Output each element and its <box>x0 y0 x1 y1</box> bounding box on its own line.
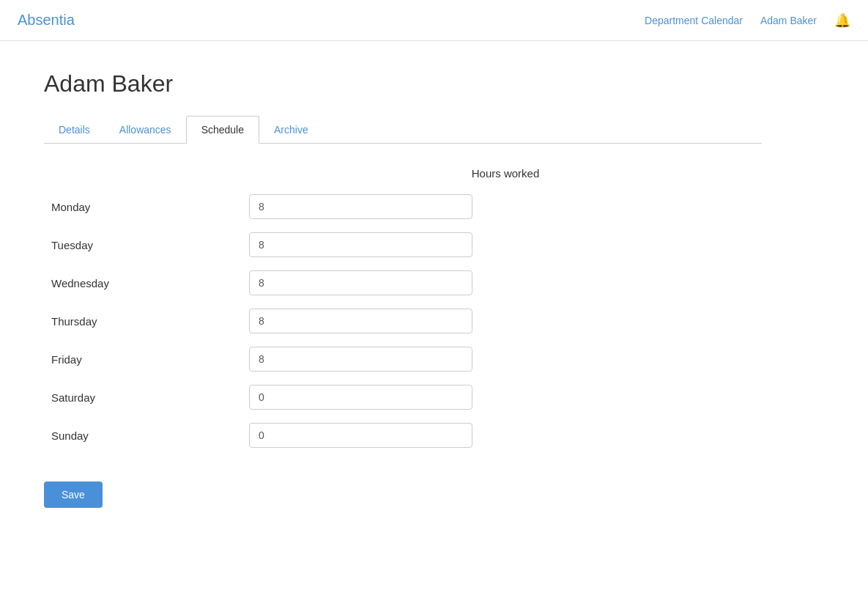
schedule-row-tuesday: Tuesday <box>44 232 762 257</box>
day-label-friday: Friday <box>44 353 249 366</box>
hours-input-thursday[interactable] <box>249 309 472 333</box>
page-title: Adam Baker <box>44 70 762 97</box>
schedule-row-thursday: Thursday <box>44 309 762 333</box>
schedule-form: Hours worked Monday Tuesday Wednesday Th… <box>44 167 762 508</box>
tab-schedule[interactable]: Schedule <box>186 116 259 144</box>
day-label-sunday: Sunday <box>44 429 249 442</box>
day-label-wednesday: Wednesday <box>44 277 249 289</box>
schedule-row-sunday: Sunday <box>44 423 762 448</box>
hours-input-tuesday[interactable] <box>249 232 472 257</box>
tab-archive[interactable]: Archive <box>259 116 323 144</box>
hours-worked-header: Hours worked <box>249 167 762 180</box>
app-logo[interactable]: Absentia <box>18 12 75 29</box>
hours-input-wednesday[interactable] <box>249 270 472 295</box>
day-label-saturday: Saturday <box>44 391 249 404</box>
tab-allowances[interactable]: Allowances <box>105 116 186 144</box>
schedule-row-wednesday: Wednesday <box>44 270 762 295</box>
save-button[interactable]: Save <box>44 481 103 508</box>
header-nav: Department Calendar Adam Baker 🔔 <box>645 12 850 29</box>
day-label-monday: Monday <box>44 201 249 213</box>
day-label-thursday: Thursday <box>44 315 249 328</box>
schedule-row-friday: Friday <box>44 347 762 372</box>
schedule-row-saturday: Saturday <box>44 385 762 410</box>
day-label-tuesday: Tuesday <box>44 239 249 251</box>
department-calendar-link[interactable]: Department Calendar <box>645 15 743 26</box>
header: Absentia Department Calendar Adam Baker … <box>0 0 868 41</box>
hours-input-saturday[interactable] <box>249 385 472 410</box>
tab-bar: Details Allowances Schedule Archive <box>44 115 762 144</box>
hours-input-monday[interactable] <box>249 194 472 219</box>
schedule-row-monday: Monday <box>44 194 762 219</box>
hours-input-friday[interactable] <box>249 347 472 372</box>
main-content: Adam Baker Details Allowances Schedule A… <box>0 41 806 537</box>
user-menu[interactable]: Adam Baker <box>760 15 817 26</box>
hours-input-sunday[interactable] <box>249 423 472 448</box>
tab-details[interactable]: Details <box>44 116 105 144</box>
notification-icon[interactable]: 🔔 <box>834 12 850 29</box>
